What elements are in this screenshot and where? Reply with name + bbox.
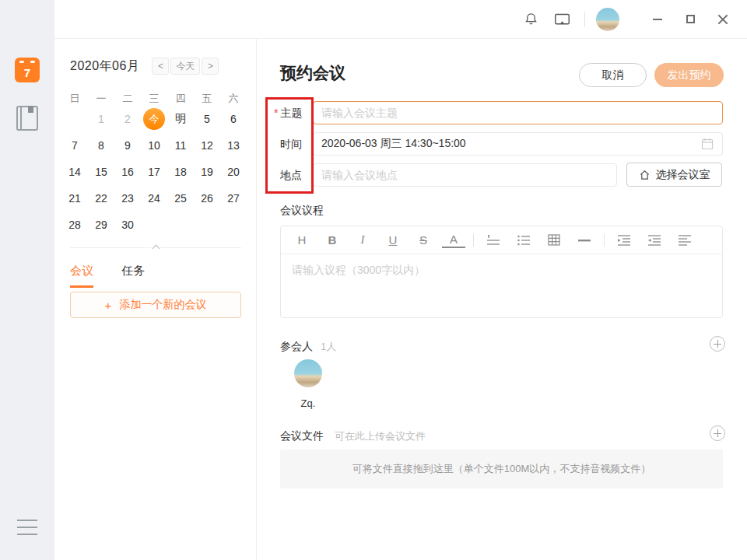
time-label: 时间 (280, 138, 302, 152)
agenda-textarea[interactable]: 请输入议程（3000字以内） (281, 254, 722, 318)
collapse-chevron-icon[interactable] (151, 243, 160, 250)
calendar-date-cell[interactable]: 19 (194, 159, 220, 185)
plus-icon: + (105, 299, 112, 312)
calendar-date-today[interactable]: 今 (143, 108, 165, 130)
submit-reservation-button[interactable]: 发出预约 (654, 63, 724, 87)
maximize-button[interactable] (679, 8, 702, 31)
table-icon[interactable] (542, 230, 566, 250)
choose-meeting-room-button[interactable]: 选择会议室 (626, 163, 722, 187)
agenda-editor: H B I U S A (280, 226, 723, 318)
minimize-button[interactable] (646, 8, 669, 31)
toolbar-divider (604, 234, 605, 247)
calendar-date-cell (194, 212, 220, 238)
required-asterisk: * (274, 107, 278, 119)
meeting-form-panel: 预约会议 取消 发出预约 *主题 时间 地点 选择会议室 (257, 39, 747, 560)
location-input[interactable] (313, 163, 617, 187)
calendar-date-cell[interactable]: 1 (88, 106, 114, 132)
add-attendee-icon[interactable] (710, 336, 725, 352)
calendar-date-cell[interactable]: 30 (114, 212, 141, 238)
calendar-date-cell[interactable]: 12 (194, 132, 220, 159)
notebook-icon[interactable] (16, 106, 38, 131)
add-file-icon[interactable] (710, 425, 725, 441)
month-label: 2020年06月 (70, 58, 139, 75)
attendees-label: 参会人1人 (280, 340, 336, 354)
calendar-date-cell[interactable]: 24 (141, 185, 167, 212)
calendar-date-cell[interactable]: 15 (88, 159, 114, 185)
calendar-date-cell[interactable]: 17 (141, 159, 167, 185)
attendee-avatar (294, 359, 322, 387)
calendar-date-cell (220, 212, 247, 238)
title-bar (54, 0, 747, 39)
underline-icon[interactable]: U (381, 230, 405, 250)
add-meeting-button[interactable]: + 添加一个新的会议 (70, 292, 241, 318)
ordered-list-icon[interactable] (482, 230, 505, 250)
calendar-app-icon[interactable]: 7 (15, 58, 40, 82)
cancel-button[interactable]: 取消 (579, 63, 647, 87)
strikethrough-icon[interactable]: S (412, 230, 435, 250)
calendar-date-cell[interactable]: 9 (114, 132, 141, 159)
calendar-date-cell[interactable]: 22 (88, 185, 114, 212)
calendar-date-cell (167, 212, 194, 238)
menu-icon[interactable] (17, 520, 37, 541)
editor-toolbar: H B I U S A (281, 226, 722, 254)
calendar-date-cell[interactable]: 21 (61, 185, 88, 212)
calendar-date-cell[interactable]: 10 (141, 132, 167, 159)
calendar-date-cell (61, 106, 88, 132)
bullet-list-icon[interactable] (512, 230, 535, 250)
next-month-button[interactable]: > (202, 58, 219, 75)
calendar-grid: 12今明567891011121314151617181920212223242… (61, 106, 247, 238)
meeting-scheduler-window: 7 2020年06月 < 今天 > (0, 0, 747, 560)
close-button[interactable] (711, 8, 735, 31)
calendar-date-cell[interactable]: 2 (114, 106, 141, 132)
date-picker-calendar-icon[interactable] (701, 138, 714, 150)
calendar-date-cell[interactable]: 25 (167, 185, 194, 212)
file-dropzone[interactable]: 可将文件直接拖到这里（单个文件100M以内，不支持音视频文件） (280, 450, 723, 488)
attendee-item[interactable]: Zq. (294, 359, 322, 409)
subject-input[interactable] (313, 101, 723, 124)
calendar-date-cell (141, 212, 167, 238)
calendar-date-cell[interactable]: 20 (220, 159, 247, 185)
calendar-date-cell[interactable]: 明 (167, 106, 194, 132)
tab-meetings[interactable]: 会议 (70, 264, 93, 288)
attendee-name: Zq. (294, 397, 322, 409)
time-input[interactable] (313, 132, 723, 156)
italic-icon[interactable]: I (351, 230, 374, 250)
files-hint: 可在此上传会议文件 (335, 430, 426, 442)
heading-icon[interactable]: H (290, 230, 314, 250)
calendar-date-cell[interactable]: 26 (194, 185, 220, 212)
calendar-date-cell[interactable]: 11 (167, 132, 194, 159)
calendar-date-cell[interactable]: 8 (88, 132, 114, 159)
notifications-bell-icon[interactable] (521, 9, 541, 30)
today-button[interactable]: 今天 (170, 58, 200, 75)
page-title: 预约会议 (280, 62, 345, 84)
weekday-header: 日一 二三 四五 六 (61, 92, 247, 106)
horizontal-rule-icon[interactable] (573, 230, 596, 250)
calendar-date-cell[interactable]: 18 (167, 159, 194, 185)
align-left-icon[interactable] (673, 230, 696, 250)
agenda-label: 会议议程 (280, 204, 324, 218)
calendar-date-cell[interactable]: 23 (114, 185, 141, 212)
outdent-icon[interactable] (643, 230, 666, 250)
user-avatar[interactable] (596, 8, 619, 31)
toolbar-divider (473, 234, 474, 247)
calendar-date-cell[interactable]: 6 (220, 106, 247, 132)
calendar-date-cell[interactable]: 5 (194, 106, 220, 132)
agenda-placeholder: 请输入议程（3000字以内） (292, 264, 425, 278)
calendar-date-cell[interactable]: 16 (114, 159, 141, 185)
app-rail: 7 (0, 0, 54, 560)
screen-share-icon[interactable] (552, 9, 572, 30)
bold-icon[interactable]: B (321, 230, 344, 250)
tab-tasks[interactable]: 任务 (121, 264, 145, 288)
calendar-date-cell[interactable]: 27 (220, 185, 247, 212)
calendar-date-cell[interactable]: 7 (61, 132, 88, 159)
calendar-date-cell[interactable]: 13 (220, 132, 247, 159)
calendar-panel: 2020年06月 < 今天 > 日一 二三 四五 六 12今明567891011… (54, 39, 257, 560)
calendar-date-cell[interactable]: 28 (61, 212, 88, 238)
home-icon (639, 170, 651, 180)
prev-month-button[interactable]: < (152, 58, 169, 75)
font-color-icon[interactable]: A (442, 233, 465, 248)
subject-label: *主题 (274, 107, 302, 121)
indent-icon[interactable] (612, 230, 636, 250)
calendar-date-cell[interactable]: 29 (88, 212, 114, 238)
calendar-date-cell[interactable]: 14 (61, 159, 88, 185)
